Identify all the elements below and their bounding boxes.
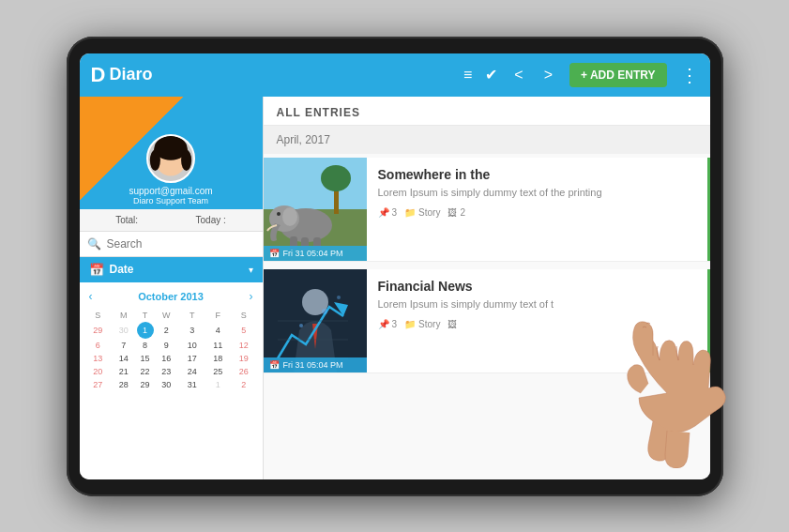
profile-email: support@gmail.com <box>129 186 212 196</box>
stats-bar: Total: Today : <box>80 209 263 232</box>
search-icon: 🔍 <box>87 237 101 251</box>
entry-info-2: Financial News Lorem Ipsum is simply dum… <box>367 269 710 372</box>
svg-point-23 <box>337 296 341 299</box>
cal-header-fri: F <box>205 309 232 322</box>
cal-day[interactable]: 19 <box>231 352 257 365</box>
top-bar: D Diaro ≡ ✔ < > + ADD ENTRY ⋮ <box>80 53 710 97</box>
svg-point-15 <box>277 212 281 216</box>
profile-name: Diaro Support Team <box>129 196 212 205</box>
cal-day[interactable]: 13 <box>85 352 112 365</box>
cal-day[interactable]: 5 <box>231 322 257 339</box>
entry-category-2: 📁 Story <box>404 319 440 329</box>
cal-day[interactable]: 30 <box>111 322 137 339</box>
calendar-prev-button[interactable]: ‹ <box>85 290 97 303</box>
cal-header-thu: T <box>179 309 205 322</box>
cal-day[interactable]: 17 <box>179 352 205 365</box>
cal-header-sun: S <box>85 309 112 322</box>
entry-meta-2: 📌 3 📁 Story 🖼 <box>378 319 699 329</box>
cal-day[interactable]: 15 <box>137 352 154 365</box>
entry-excerpt-1: Lorem Ipsum is simply dummy text of the … <box>378 186 699 200</box>
app-name: Diaro <box>109 65 152 84</box>
entry-date-text-1: Fri 31 05:04 PM <box>283 249 343 258</box>
pin-icon-2: 📌 <box>378 319 389 329</box>
main-area: support@gmail.com Diaro Support Team Tot… <box>80 97 710 479</box>
cal-day[interactable]: 1 <box>205 378 232 391</box>
entry-tags-2: 📌 3 <box>378 319 398 329</box>
cal-day[interactable]: 30 <box>154 378 180 391</box>
entry-thumb-2: 📅 Fri 31 05:04 PM <box>264 269 367 372</box>
svg-point-21 <box>299 324 303 327</box>
cal-day[interactable]: 20 <box>85 365 112 378</box>
cal-day[interactable]: 29 <box>137 378 154 391</box>
entry-card-2[interactable]: 📅 Fri 31 05:04 PM Financial News Lorem I… <box>264 269 710 373</box>
cal-day[interactable]: 3 <box>179 322 205 339</box>
cal-week-5: 27 28 29 30 31 1 2 <box>85 378 257 391</box>
cal-day[interactable]: 2 <box>154 322 180 339</box>
cal-day[interactable]: 11 <box>205 339 232 352</box>
cal-day[interactable]: 18 <box>205 352 232 365</box>
cal-day[interactable]: 6 <box>85 339 112 352</box>
svg-point-3 <box>150 149 160 170</box>
cal-day[interactable]: 28 <box>111 378 137 391</box>
svg-rect-5 <box>264 158 367 209</box>
image-icon: 🖼 <box>448 207 457 218</box>
cal-day[interactable]: 12 <box>231 339 257 352</box>
date-section-header[interactable]: 📅 Date ▾ <box>80 257 263 282</box>
entry-date-1: 📅 Fri 31 05:04 PM <box>264 246 367 261</box>
cal-day[interactable]: 24 <box>179 365 205 378</box>
cal-week-1: 29 30 1 2 3 4 5 <box>85 322 257 339</box>
cal-day[interactable]: 14 <box>111 352 137 365</box>
cal-day[interactable]: 4 <box>205 322 232 339</box>
today-label: Today : <box>196 215 226 225</box>
cal-day[interactable]: 29 <box>85 322 112 339</box>
folder-icon-2: 📁 <box>404 319 416 329</box>
search-input[interactable] <box>107 237 255 251</box>
cal-day[interactable]: 31 <box>179 378 205 391</box>
list-icon[interactable]: ≡ <box>463 67 472 84</box>
pin-icon: 📌 <box>378 207 389 218</box>
tablet-screen: D Diaro ≡ ✔ < > + ADD ENTRY ⋮ <box>80 53 710 479</box>
cal-week-4: 20 21 22 23 24 25 26 <box>85 365 257 378</box>
date-chevron-icon: ▾ <box>249 265 253 275</box>
entry-excerpt-2: Lorem Ipsum is simply dummy text of t <box>378 297 699 312</box>
entry-images-1: 🖼 2 <box>448 207 465 218</box>
entry-info-1: Somewhere in the Lorem Ipsum is simply d… <box>367 158 710 261</box>
cal-week-2: 6 7 8 9 10 11 12 <box>85 339 257 352</box>
tablet-device: D Diaro ≡ ✔ < > + ADD ENTRY ⋮ <box>67 37 723 496</box>
entry-card-1[interactable]: 📅 Fri 31 05:04 PM Somewhere in the Lorem… <box>264 158 710 262</box>
cal-header-sat: S <box>231 309 257 322</box>
cal-day[interactable]: 8 <box>137 339 154 352</box>
cal-day[interactable]: 7 <box>111 339 137 352</box>
cal-day[interactable]: 2 <box>231 378 257 391</box>
entry-category-1: 📁 Story <box>404 207 440 218</box>
entry-thumb-1: 📅 Fri 31 05:04 PM <box>264 158 367 261</box>
content-header: ALL ENTRIES <box>264 97 710 126</box>
folder-icon: 📁 <box>404 207 416 218</box>
check-icon[interactable]: ✔ <box>485 66 497 84</box>
nav-forward-button[interactable]: > <box>540 65 556 85</box>
total-label: Total: <box>115 215 138 225</box>
entry-date-text-2: Fri 31 05:04 PM <box>283 360 343 370</box>
cal-day[interactable]: 23 <box>154 365 180 378</box>
cal-day[interactable]: 27 <box>85 378 112 391</box>
cal-day[interactable]: 16 <box>154 352 180 365</box>
cal-day[interactable]: 22 <box>137 365 154 378</box>
cal-day-today[interactable]: 1 <box>137 322 154 339</box>
image-count-1: 2 <box>460 207 465 218</box>
cal-day[interactable]: 25 <box>205 365 232 378</box>
cal-day[interactable]: 21 <box>111 365 137 378</box>
svg-point-22 <box>322 309 327 314</box>
entry-date-2: 📅 Fri 31 05:04 PM <box>264 357 367 372</box>
cal-day[interactable]: 10 <box>179 339 205 352</box>
cal-day[interactable]: 9 <box>154 339 180 352</box>
date-header-label: Date <box>110 263 243 276</box>
add-entry-button[interactable]: + ADD ENTRY <box>569 63 666 87</box>
calendar-small-icon: 📅 <box>269 249 280 258</box>
calendar-icon: 📅 <box>89 263 104 277</box>
calendar-next-button[interactable]: › <box>245 290 256 303</box>
logo-area: D Diaro <box>91 63 464 87</box>
cal-day[interactable]: 26 <box>231 365 257 378</box>
category-text-2: Story <box>418 319 440 329</box>
more-icon[interactable]: ⋮ <box>680 64 699 86</box>
nav-back-button[interactable]: < <box>510 65 526 85</box>
